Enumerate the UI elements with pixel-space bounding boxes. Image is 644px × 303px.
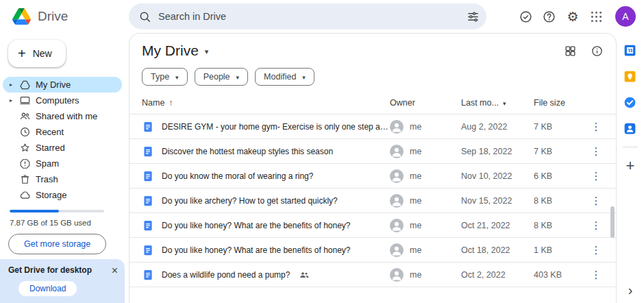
sidebar-item-my-drive[interactable]: My Drive [3, 77, 122, 93]
docs-file-icon [142, 195, 154, 207]
sidebar-item-recent[interactable]: Recent [3, 124, 122, 140]
owner-avatar [390, 120, 404, 134]
last-modified: Aug 2, 2022 [461, 122, 534, 132]
advanced-search-tune-icon[interactable] [467, 10, 480, 23]
owner-avatar [390, 243, 404, 257]
keep-icon[interactable] [623, 69, 638, 84]
page-title[interactable]: My Drive [142, 43, 208, 59]
hide-side-panel-icon[interactable] [628, 283, 633, 298]
filter-chip-label: Type [151, 72, 169, 82]
computer-icon [19, 95, 31, 106]
search-icon[interactable] [138, 10, 151, 23]
more-actions-icon[interactable] [589, 121, 604, 133]
get-add-ons-icon[interactable] [626, 158, 635, 173]
sidebar-item-starred[interactable]: Starred [3, 140, 122, 156]
sidebar-item-spam[interactable]: Spam [3, 156, 122, 171]
expand-arrow-icon[interactable] [8, 82, 14, 88]
docs-file-icon [142, 219, 154, 232]
storage-progress-fill [10, 210, 59, 213]
more-actions-icon[interactable] [589, 170, 604, 182]
owner-avatar [390, 219, 404, 232]
owner-name: me [410, 196, 421, 206]
file-size: 6 KB [534, 171, 587, 181]
docs-file-icon [142, 145, 154, 158]
more-actions-icon[interactable] [589, 244, 604, 256]
get-more-storage-button[interactable]: Get more storage [8, 234, 106, 254]
column-header-size[interactable]: File size [534, 98, 587, 108]
file-row[interactable]: Discover the hottest makeup styles this … [129, 139, 616, 164]
last-modified: Nov 15, 2022 [461, 196, 534, 206]
sidebar-item-storage[interactable]: Storage [3, 187, 122, 203]
last-modified: Oct 21, 2022 [461, 221, 534, 230]
chevron-down-icon [302, 72, 306, 82]
file-row[interactable]: Does a wildlife pond need a pump? me Oct… [129, 263, 616, 287]
download-button[interactable]: Download [18, 281, 77, 296]
file-row[interactable]: Do you know the moral of wearing a ring?… [129, 164, 616, 189]
file-row[interactable]: DESIRE GYM - your home gym- Exercise is … [129, 114, 616, 139]
filter-chip-modified[interactable]: Modified [255, 68, 314, 86]
sidebar-item-label: Storage [36, 190, 67, 200]
column-header-name[interactable]: Name [142, 98, 390, 108]
owner-name: me [410, 245, 421, 255]
more-actions-icon[interactable] [589, 219, 604, 232]
google-apps-grid-icon[interactable] [589, 10, 604, 24]
sort-ascending-icon [169, 98, 173, 108]
new-button[interactable]: New [8, 40, 66, 67]
tasks-icon[interactable] [623, 95, 638, 110]
owner-avatar [390, 169, 404, 183]
table-header: Name Owner Last mo... File size [129, 91, 616, 114]
chevron-down-icon [205, 45, 209, 57]
file-size: 1 KB [534, 245, 587, 255]
file-row[interactable]: Do you like archery? How to get started … [129, 189, 616, 213]
file-size: 7 KB [534, 122, 587, 132]
sidebar-item-shared-with-me[interactable]: Shared with me [3, 108, 122, 124]
sidebar: New My Drive Computers Shared with me Re… [0, 33, 129, 303]
help-icon[interactable] [542, 10, 556, 24]
brand: Drive [0, 8, 129, 25]
grid-view-icon[interactable] [564, 45, 577, 58]
scrollbar-thumb[interactable] [610, 206, 615, 238]
storage-usage-text: 7.87 GB of 15 GB used [10, 219, 129, 227]
file-size: 8 KB [534, 196, 587, 206]
sidebar-item-computers[interactable]: Computers [3, 93, 122, 108]
file-list: DESIRE GYM - your home gym- Exercise is … [129, 114, 616, 287]
file-name: Do you like honey? What are the benefits… [162, 245, 351, 255]
file-browser: My Drive Type People Modified Name [129, 33, 617, 303]
search-bar[interactable] [129, 3, 486, 29]
more-actions-icon[interactable] [589, 269, 604, 281]
sidebar-item-trash[interactable]: Trash [3, 171, 122, 187]
info-icon[interactable] [591, 45, 604, 58]
calendar-icon[interactable] [623, 43, 638, 58]
contacts-icon[interactable] [623, 121, 638, 136]
more-actions-icon[interactable] [589, 145, 604, 158]
file-row[interactable]: Do you like honey? What are the benefits… [129, 238, 616, 263]
topbar-actions: A [519, 6, 644, 27]
file-size: 403 KB [534, 270, 587, 280]
close-icon[interactable] [112, 265, 118, 276]
spam-icon [19, 158, 31, 169]
column-header-owner[interactable]: Owner [390, 98, 461, 108]
docs-file-icon [142, 121, 154, 133]
file-name: Do you know the moral of wearing a ring? [162, 171, 313, 181]
storage-progress-bar [10, 210, 104, 213]
filter-chip-label: Modified [264, 72, 296, 82]
clock-icon [19, 126, 31, 138]
top-bar: Drive A [0, 0, 644, 33]
offline-status-icon[interactable] [519, 10, 533, 24]
search-input[interactable] [158, 11, 460, 22]
sidebar-item-label: Starred [36, 143, 65, 153]
account-avatar[interactable]: A [615, 6, 636, 27]
last-modified: Oct 18, 2022 [461, 245, 534, 255]
sidebar-item-label: Trash [36, 174, 58, 184]
people-icon [19, 110, 31, 122]
new-button-label: New [33, 48, 52, 59]
last-modified: Oct 2, 2022 [461, 270, 534, 280]
filter-chip-people[interactable]: People [195, 68, 248, 86]
trash-icon [19, 173, 31, 185]
more-actions-icon[interactable] [589, 195, 604, 207]
expand-arrow-icon[interactable] [8, 97, 14, 104]
settings-gear-icon[interactable] [565, 9, 580, 24]
column-header-modified[interactable]: Last mo... [461, 98, 534, 108]
filter-chip-type[interactable]: Type [142, 68, 188, 86]
file-row[interactable]: Do you like honey? What are the benefits… [129, 213, 616, 238]
